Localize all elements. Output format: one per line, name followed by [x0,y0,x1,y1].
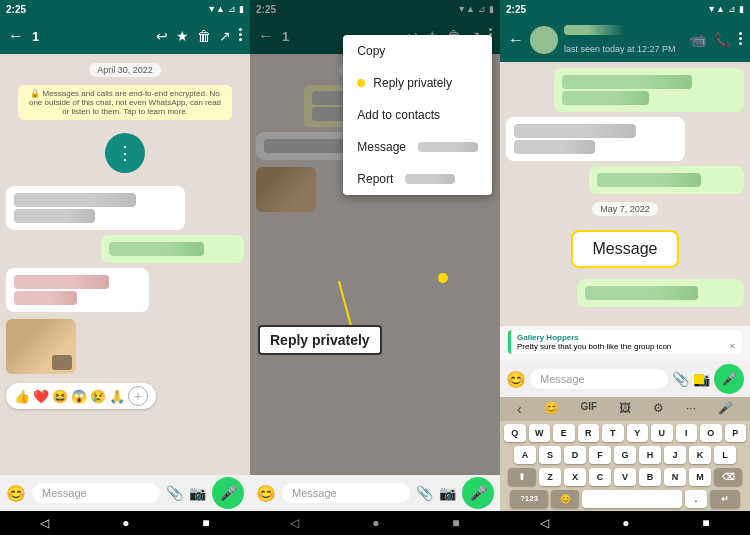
key-o[interactable]: O [700,424,722,442]
video-icon[interactable]: 📹 [689,32,706,48]
reaction-pray[interactable]: 🙏 [109,389,125,404]
msg-in-1[interactable] [6,186,185,230]
keyboard-top-row: ‹ 😊 GIF 🖼 ⚙ ··· 🎤 [500,397,750,421]
key-z[interactable]: Z [539,468,561,486]
key-g[interactable]: G [614,446,636,464]
key-f[interactable]: F [589,446,611,464]
key-b[interactable]: B [639,468,661,486]
emoji-icon-1[interactable]: 😊 [6,484,26,503]
reaction-scream[interactable]: 😱 [71,389,87,404]
context-message[interactable]: Message [343,131,492,163]
key-x[interactable]: X [564,468,586,486]
emoji-icon-3[interactable]: 😊 [506,370,526,389]
more-options-icon[interactable] [239,28,242,44]
battery-icon-3: ▮ [739,4,744,14]
key-i[interactable]: I [676,424,698,442]
close-quote-button[interactable]: ✕ [729,342,736,351]
key-e[interactable]: E [553,424,575,442]
mic-button-1[interactable]: 🎤 [212,477,244,509]
forward-icon[interactable]: ↗ [219,28,231,44]
nav-recents-icon[interactable]: ■ [202,516,209,530]
camera-icon-1[interactable]: 📷 [189,485,206,501]
attach-icon-3[interactable]: 📎 [672,371,689,387]
key-gif[interactable]: GIF [581,401,598,417]
msg-in-2[interactable] [6,268,149,312]
key-row-3: ⬆ Z X C V B N M ⌫ [504,468,746,486]
attach-icon-2[interactable]: 📎 [416,485,433,501]
status-icons-1: ▼▲ ⊿ ▮ [207,4,244,14]
phone-icon[interactable]: 📞 [714,32,731,48]
key-sticker[interactable]: 🖼 [619,401,631,417]
key-mic[interactable]: 🎤 [718,401,733,417]
mic-button-2[interactable]: 🎤 [462,477,494,509]
send-button-3[interactable]: 🎤 [714,364,744,394]
message-placeholder-2: Message [292,487,337,499]
nav-back-icon[interactable]: ◁ [40,516,49,530]
key-p[interactable]: P [725,424,747,442]
nav-home-icon[interactable]: ● [122,516,129,530]
key-n[interactable]: N [664,468,686,486]
system-msg-1: 🔒 Messages and calls are end-to-end encr… [18,85,232,120]
key-back[interactable]: ‹ [517,401,522,417]
key-settings[interactable]: ⚙ [653,401,664,417]
key-period[interactable]: . [685,490,707,508]
key-v[interactable]: V [614,468,636,486]
context-report[interactable]: Report [343,163,492,195]
key-y[interactable]: Y [627,424,649,442]
key-d[interactable]: D [564,446,586,464]
msg-out-1[interactable] [101,235,244,263]
key-t[interactable]: T [602,424,624,442]
image-thumb-1 [6,319,76,374]
back-button-3[interactable]: ← [508,31,524,49]
message-input-1[interactable]: Message [32,483,160,503]
key-s[interactable]: S [539,446,561,464]
key-numbers[interactable]: ?123 [510,490,548,508]
toolbar-3: ← last seen today at 12:27 PM 📹 📞 [500,18,750,62]
msg-in-3a [506,117,685,161]
key-a[interactable]: A [514,446,536,464]
key-space[interactable] [582,490,682,508]
key-j[interactable]: J [664,446,686,464]
context-copy[interactable]: Copy [343,35,492,67]
context-reply-privately[interactable]: Reply privately [343,67,492,99]
callout-dot [438,273,448,283]
key-h[interactable]: H [639,446,661,464]
nav-back-icon-3[interactable]: ◁ [540,516,549,530]
key-enter[interactable]: ↵ [710,490,740,508]
key-emoji-keyboard[interactable]: 😊 [551,490,579,508]
attachment-icons-2: 📎 📷 [416,485,456,501]
key-shift[interactable]: ⬆ [508,468,536,486]
message-input-2[interactable]: Message [282,483,410,503]
key-backspace[interactable]: ⌫ [714,468,742,486]
nav-bar-1: ◁ ● ■ [0,511,250,535]
key-r[interactable]: R [578,424,600,442]
key-k[interactable]: K [689,446,711,464]
key-emoji-panel[interactable]: 😊 [544,401,559,417]
key-q[interactable]: Q [504,424,526,442]
attach-icon-1[interactable]: 📎 [166,485,183,501]
reaction-thumbsup[interactable]: 👍 [14,389,30,404]
camera-icon-2[interactable]: 📷 [439,485,456,501]
more-options-icon-3[interactable] [739,32,742,48]
add-reaction-button[interactable]: + [128,386,148,406]
nav-home-icon-3[interactable]: ● [622,516,629,530]
reaction-laugh[interactable]: 😆 [52,389,68,404]
reactions-bar-1[interactable]: 👍 ❤️ 😆 😱 😢 🙏 + [6,383,156,409]
b3a [562,75,693,89]
emoji-icon-2[interactable]: 😊 [256,484,276,503]
message-input-3[interactable]: Message [530,369,668,389]
nav-recents-icon-3[interactable]: ■ [702,516,709,530]
reaction-cry[interactable]: 😢 [90,389,106,404]
star-icon[interactable]: ★ [176,28,189,44]
reaction-heart[interactable]: ❤️ [33,389,49,404]
key-more[interactable]: ··· [686,401,696,417]
reply-icon[interactable]: ↩ [156,28,168,44]
context-add-contacts[interactable]: Add to contacts [343,99,492,131]
key-l[interactable]: L [714,446,736,464]
key-m[interactable]: M [689,468,711,486]
key-w[interactable]: W [529,424,551,442]
key-u[interactable]: U [651,424,673,442]
back-button-1[interactable]: ← [8,27,24,45]
delete-icon[interactable]: 🗑 [197,28,211,44]
key-c[interactable]: C [589,468,611,486]
